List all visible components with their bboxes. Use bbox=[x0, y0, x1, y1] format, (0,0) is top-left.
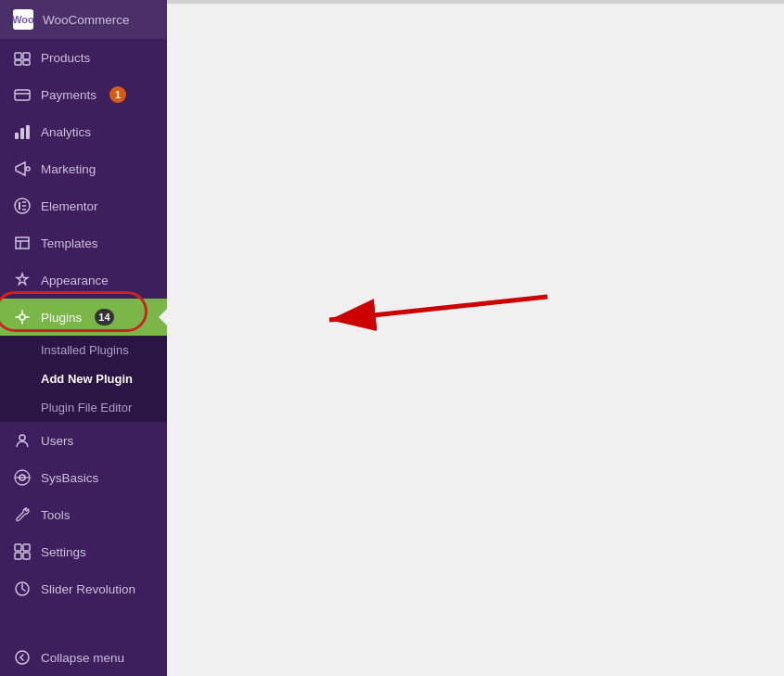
svg-rect-4 bbox=[15, 90, 30, 100]
svg-point-9 bbox=[26, 167, 30, 171]
svg-rect-20 bbox=[15, 553, 21, 559]
sidebar-item-label: Users bbox=[41, 434, 73, 448]
sidebar-item-settings[interactable]: Settings bbox=[0, 533, 167, 570]
analytics-icon bbox=[13, 122, 32, 141]
svg-rect-18 bbox=[15, 544, 21, 551]
sidebar-item-label: Products bbox=[41, 51, 90, 65]
sidebar-item-label: SysBasics bbox=[41, 471, 98, 485]
svg-rect-0 bbox=[15, 53, 21, 59]
sidebar-item-label: Slider Revolution bbox=[41, 582, 135, 596]
sidebar-item-sysbasics[interactable]: SysBasics bbox=[0, 459, 167, 496]
submenu-add-new-plugin[interactable]: Add New Plugin bbox=[0, 364, 167, 393]
svg-point-16 bbox=[19, 435, 25, 440]
sidebar-item-payments[interactable]: Payments 1 bbox=[0, 76, 167, 113]
collapse-icon bbox=[13, 648, 32, 667]
svg-point-15 bbox=[19, 314, 25, 320]
sidebar-item-woocommerce[interactable]: Woo WooCommerce bbox=[0, 0, 167, 39]
sidebar-item-label: Appearance bbox=[41, 274, 109, 287]
svg-rect-6 bbox=[15, 133, 19, 139]
svg-rect-1 bbox=[23, 53, 30, 59]
sidebar-item-appearance[interactable]: Appearance bbox=[0, 261, 167, 299]
svg-point-23 bbox=[16, 651, 29, 664]
tools-icon bbox=[13, 505, 32, 524]
plugins-icon bbox=[13, 308, 32, 326]
sidebar-item-label: WooCommerce bbox=[43, 13, 130, 27]
sidebar-item-label: Plugins bbox=[41, 311, 82, 325]
sysbasics-icon bbox=[13, 468, 32, 487]
sidebar-item-label: Templates bbox=[41, 236, 98, 250]
sidebar-item-elementor[interactable]: Elementor bbox=[0, 187, 167, 224]
top-bar bbox=[167, 0, 784, 4]
sidebar-item-tools[interactable]: Tools bbox=[0, 496, 167, 533]
sidebar-item-label: Payments bbox=[41, 88, 96, 102]
sidebar-item-analytics[interactable]: Analytics bbox=[0, 113, 167, 150]
submenu-installed-plugins[interactable]: Installed Plugins bbox=[0, 336, 167, 364]
sidebar-item-slider-revolution[interactable]: Slider Revolution bbox=[0, 570, 167, 607]
sidebar-item-collapse[interactable]: Collapse menu bbox=[0, 639, 167, 676]
svg-rect-8 bbox=[26, 125, 30, 139]
sidebar-item-label: Elementor bbox=[41, 199, 98, 213]
settings-icon bbox=[13, 542, 32, 561]
svg-rect-19 bbox=[23, 544, 30, 551]
main-content bbox=[167, 0, 784, 676]
sidebar-item-marketing[interactable]: Marketing bbox=[0, 150, 167, 187]
sidebar-item-plugins[interactable]: Plugins 14 bbox=[0, 299, 167, 336]
sidebar-item-label: Analytics bbox=[41, 125, 91, 139]
payments-badge: 1 bbox=[109, 86, 126, 103]
sidebar-item-label: Marketing bbox=[41, 162, 96, 176]
slider-revolution-icon bbox=[13, 580, 32, 598]
templates-icon bbox=[13, 234, 32, 252]
sidebar-item-templates[interactable]: Templates bbox=[0, 224, 167, 261]
products-icon bbox=[13, 48, 32, 67]
woocommerce-icon: Woo bbox=[13, 9, 33, 30]
svg-rect-3 bbox=[23, 60, 30, 65]
sidebar-item-label: Settings bbox=[41, 545, 86, 559]
svg-rect-21 bbox=[23, 553, 30, 559]
users-icon bbox=[13, 431, 32, 450]
svg-rect-2 bbox=[15, 60, 21, 65]
submenu-plugin-file-editor[interactable]: Plugin File Editor bbox=[0, 393, 167, 422]
marketing-icon bbox=[13, 159, 32, 178]
sidebar-item-users[interactable]: Users bbox=[0, 422, 167, 459]
appearance-icon bbox=[13, 271, 32, 289]
plugins-badge: 14 bbox=[95, 309, 113, 325]
sidebar: Woo WooCommerce Products Payments 1 Anal… bbox=[0, 0, 167, 676]
svg-rect-7 bbox=[20, 128, 24, 139]
arrow-annotation bbox=[195, 269, 566, 347]
plugins-submenu: Installed Plugins Add New Plugin Plugin … bbox=[0, 336, 167, 422]
sidebar-item-products[interactable]: Products bbox=[0, 39, 167, 76]
sidebar-item-label: Collapse menu bbox=[41, 651, 124, 665]
payments-icon bbox=[13, 85, 32, 104]
sidebar-item-label: Tools bbox=[41, 508, 71, 522]
elementor-icon bbox=[13, 197, 32, 215]
